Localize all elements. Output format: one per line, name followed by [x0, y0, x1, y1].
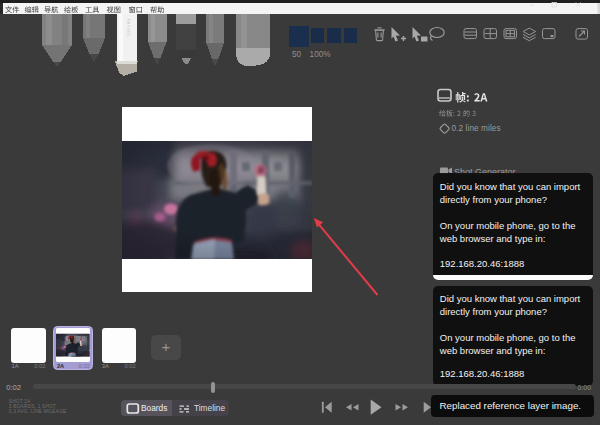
svg-text:PASTEL: PASTEL — [126, 19, 131, 38]
